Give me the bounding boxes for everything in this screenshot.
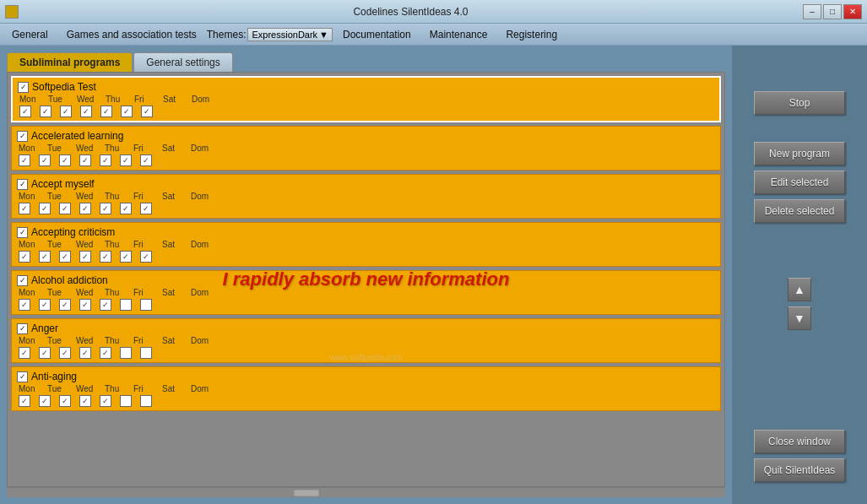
- day-checkbox[interactable]: [120, 347, 132, 359]
- program-enabled-checkbox[interactable]: ✓: [17, 179, 28, 190]
- close-button[interactable]: ✕: [843, 4, 862, 19]
- day-checkbox[interactable]: ✓: [19, 203, 30, 214]
- program-enabled-checkbox[interactable]: ✓: [17, 131, 28, 142]
- theme-dropdown[interactable]: ExpressionDark ▼: [247, 28, 333, 41]
- day-label: Fri: [133, 240, 152, 249]
- program-header: ✓Anti-aging: [17, 371, 715, 382]
- horizontal-scrollbar[interactable]: [7, 487, 725, 497]
- program-card[interactable]: ✓Accelerated learningMonTueWedThuFriSatD…: [11, 126, 721, 171]
- program-card[interactable]: ✓Accepting criticismMonTueWedThuFriSatDo…: [11, 222, 721, 267]
- restore-button[interactable]: □: [823, 4, 842, 19]
- day-checkbox[interactable]: ✓: [79, 395, 91, 407]
- day-checkbox[interactable]: [140, 299, 152, 311]
- day-checkboxes-row: ✓✓✓✓✓: [19, 299, 715, 311]
- day-checkbox[interactable]: ✓: [59, 251, 71, 263]
- day-checkbox[interactable]: ✓: [39, 154, 51, 166]
- close-window-button[interactable]: Close window: [754, 430, 845, 453]
- day-checkbox[interactable]: ✓: [59, 347, 71, 359]
- day-checkbox[interactable]: ✓: [39, 203, 51, 214]
- stop-button[interactable]: Stop: [754, 91, 845, 115]
- title-bar: Codelines SilentIdeas 4.0 – □ ✕: [0, 0, 867, 24]
- day-checkboxes-row: ✓✓✓✓✓: [19, 347, 715, 359]
- days-labels-row: MonTueWedThuFriSatDom: [19, 240, 715, 249]
- program-enabled-checkbox[interactable]: ✓: [17, 323, 28, 334]
- day-checkbox[interactable]: ✓: [120, 251, 132, 263]
- day-checkbox[interactable]: ✓: [19, 106, 31, 117]
- day-checkbox[interactable]: ✓: [79, 347, 91, 359]
- program-card[interactable]: ✓Softpedia TestMonTueWedThuFriSatDom✓✓✓✓…: [11, 76, 721, 122]
- day-checkbox[interactable]: ✓: [100, 203, 111, 214]
- delete-selected-button[interactable]: Delete selected: [754, 199, 845, 223]
- day-checkbox[interactable]: ✓: [19, 299, 30, 311]
- day-checkbox[interactable]: ✓: [121, 106, 133, 117]
- day-checkbox[interactable]: ✓: [120, 203, 132, 214]
- menu-registering[interactable]: Registering: [497, 26, 566, 43]
- tab-subliminal[interactable]: Subliminal programs: [7, 52, 133, 72]
- program-name: Alcohol addiction: [31, 274, 108, 286]
- day-checkbox[interactable]: [140, 395, 152, 407]
- day-checkbox[interactable]: ✓: [80, 106, 92, 117]
- day-checkbox[interactable]: [120, 299, 132, 311]
- days-labels-row: MonTueWedThuFriSatDom: [19, 384, 715, 393]
- day-checkbox[interactable]: ✓: [79, 299, 91, 311]
- day-checkbox[interactable]: ✓: [100, 347, 111, 359]
- day-checkbox[interactable]: ✓: [140, 154, 152, 166]
- day-checkbox[interactable]: ✓: [19, 395, 30, 407]
- day-checkboxes-row: ✓✓✓✓✓✓✓: [19, 154, 715, 166]
- day-checkbox[interactable]: ✓: [19, 251, 30, 263]
- day-checkbox[interactable]: ✓: [59, 299, 71, 311]
- day-checkbox[interactable]: [140, 347, 152, 359]
- day-checkbox[interactable]: ✓: [100, 395, 111, 407]
- program-name: Accelerated learning: [31, 130, 123, 142]
- scroll-up-button[interactable]: ▲: [788, 278, 811, 301]
- program-enabled-checkbox[interactable]: ✓: [17, 371, 28, 382]
- day-checkbox[interactable]: ✓: [39, 299, 51, 311]
- program-card[interactable]: ✓Alcohol addictionMonTueWedThuFriSatDom✓…: [11, 270, 721, 315]
- day-checkbox[interactable]: ✓: [19, 347, 30, 359]
- day-checkbox[interactable]: ✓: [120, 154, 132, 166]
- day-checkboxes-row: ✓✓✓✓✓✓✓: [19, 203, 715, 214]
- day-label: Thu: [106, 95, 124, 104]
- program-enabled-checkbox[interactable]: ✓: [17, 227, 28, 238]
- day-checkbox[interactable]: ✓: [19, 154, 30, 166]
- day-checkbox[interactable]: ✓: [79, 154, 91, 166]
- program-card[interactable]: ✓Accept myselfMonTueWedThuFriSatDom✓✓✓✓✓…: [11, 174, 721, 219]
- day-checkbox[interactable]: ✓: [39, 347, 51, 359]
- day-checkbox[interactable]: ✓: [39, 395, 51, 407]
- day-checkbox[interactable]: ✓: [140, 251, 152, 263]
- day-checkbox[interactable]: [120, 395, 132, 407]
- day-checkbox[interactable]: ✓: [79, 251, 91, 263]
- menu-games[interactable]: Games and association tests: [58, 26, 205, 43]
- program-enabled-checkbox[interactable]: ✓: [17, 275, 28, 286]
- day-checkbox[interactable]: ✓: [100, 251, 111, 263]
- tab-general-settings[interactable]: General settings: [133, 52, 232, 72]
- menu-general[interactable]: General: [3, 26, 57, 43]
- day-checkbox[interactable]: ✓: [60, 106, 72, 117]
- day-checkbox[interactable]: ✓: [39, 251, 51, 263]
- quit-button[interactable]: Quit SilentIdeas: [754, 458, 845, 482]
- edit-selected-button[interactable]: Edit selected: [754, 171, 845, 194]
- new-program-button[interactable]: New program: [754, 142, 845, 165]
- day-checkbox[interactable]: ✓: [140, 203, 152, 214]
- day-checkbox[interactable]: ✓: [59, 395, 71, 407]
- day-checkbox[interactable]: ✓: [79, 203, 91, 214]
- menu-documentation[interactable]: Documentation: [334, 26, 420, 43]
- day-checkbox[interactable]: ✓: [100, 106, 112, 117]
- program-enabled-checkbox[interactable]: ✓: [18, 82, 29, 93]
- day-checkbox[interactable]: ✓: [100, 299, 111, 311]
- days-labels-row: MonTueWedThuFriSatDom: [19, 192, 715, 201]
- scrollbar-thumb[interactable]: [294, 490, 319, 496]
- day-checkbox[interactable]: ✓: [100, 154, 111, 166]
- minimize-button[interactable]: –: [803, 4, 821, 19]
- scroll-down-button[interactable]: ▼: [788, 306, 811, 330]
- day-checkbox[interactable]: ✓: [141, 106, 153, 117]
- day-label: Fri: [133, 336, 152, 345]
- day-checkbox[interactable]: ✓: [59, 203, 71, 214]
- programs-scroll[interactable]: ✓Softpedia TestMonTueWedThuFriSatDom✓✓✓✓…: [8, 73, 724, 486]
- dropdown-arrow-icon: ▼: [319, 30, 328, 40]
- program-card[interactable]: ✓AngerMonTueWedThuFriSatDom✓✓✓✓✓: [11, 318, 721, 363]
- day-checkbox[interactable]: ✓: [59, 154, 71, 166]
- program-card[interactable]: ✓Anti-agingMonTueWedThuFriSatDom✓✓✓✓✓: [11, 366, 721, 411]
- day-checkbox[interactable]: ✓: [40, 106, 51, 117]
- menu-maintenance[interactable]: Maintenance: [421, 26, 496, 43]
